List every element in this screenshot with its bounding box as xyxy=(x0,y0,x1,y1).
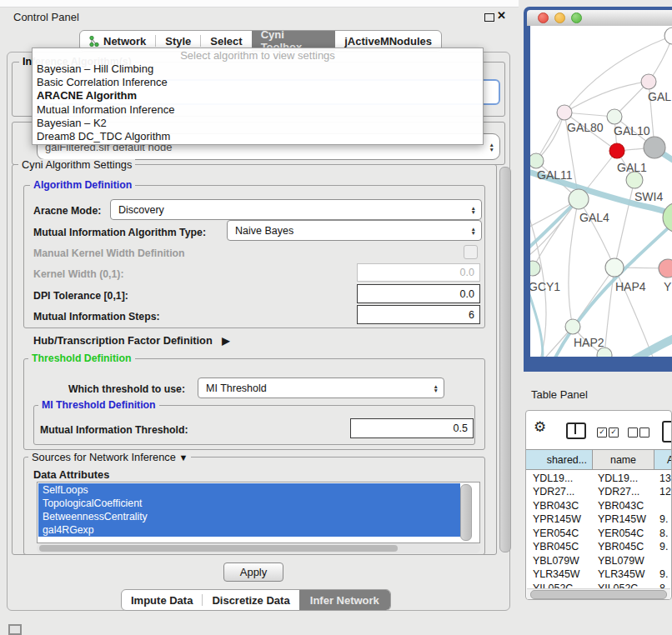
table-row[interactable]: YLR345W xyxy=(533,568,579,580)
table-row[interactable]: YDL19... xyxy=(533,472,573,484)
node-label-gal4: GAL4 xyxy=(579,211,609,224)
node-gal4[interactable] xyxy=(569,189,589,209)
column-header-partial[interactable]: A xyxy=(654,449,672,470)
node-swi4[interactable] xyxy=(626,172,643,188)
list-item-topologicalcoefficient[interactable]: TopologicalCoefficient xyxy=(38,497,460,510)
collapse-down-icon[interactable]: ▼ xyxy=(178,452,188,462)
dropdown-item-basic-correlation[interactable]: Basic Correlation Inference xyxy=(33,76,483,89)
node-hap2[interactable] xyxy=(565,319,580,334)
tab-impute-data[interactable]: Impute Data xyxy=(122,590,202,610)
float-icon[interactable] xyxy=(484,13,494,22)
network-window-titlebar[interactable] xyxy=(527,10,672,26)
split-columns-icon[interactable] xyxy=(566,422,586,439)
mi-type-label: Mutual Information Algorithm Type: xyxy=(33,227,206,238)
list-item-selfloops[interactable]: SelfLoops xyxy=(38,483,460,497)
node-unlabeled-top[interactable] xyxy=(664,28,672,44)
node-gal80[interactable] xyxy=(557,105,572,120)
algorithm-dropdown-placeholder: Select algorithm to view settings xyxy=(33,48,483,62)
table-hscrollbar-thumb[interactable] xyxy=(530,590,667,599)
node-label-gal: GAL xyxy=(648,90,671,103)
combo-arrows-icon: ▲▼ xyxy=(471,226,476,235)
list-item-betweennesscentrality[interactable]: BetweennessCentrality xyxy=(38,510,460,523)
manual-kernel-checkbox[interactable] xyxy=(464,245,478,259)
node-gal11[interactable] xyxy=(530,153,544,168)
attributes-hscrollbar-thumb[interactable] xyxy=(39,545,398,552)
column-header-shared[interactable]: shared... xyxy=(526,449,593,470)
node-gal-partial[interactable] xyxy=(641,74,656,89)
aracne-mode-value: Discovery xyxy=(118,204,164,216)
node-labels: GAL GAL80 GAL10 GAL1 GAL11 SWI4 GAL4 GCY… xyxy=(530,90,672,349)
control-panel: Control Panel ✕ Network Style Select Cyn… xyxy=(0,0,519,635)
combo-arrows-icon: ▲▼ xyxy=(434,383,439,392)
network-tab-icon xyxy=(89,36,99,47)
dropdown-item-dream8[interactable]: Dream8 DC_TDC Algorithm xyxy=(33,130,483,143)
network-graph: GAL GAL80 GAL10 GAL1 GAL11 SWI4 GAL4 GCY… xyxy=(530,26,672,357)
node-unlabeled-gray[interactable] xyxy=(644,137,665,158)
which-threshold-combo[interactable]: MI Threshold ▲▼ xyxy=(198,378,444,398)
table-row[interactable]: YBR043C xyxy=(533,500,579,512)
list-item-gal4rgexp[interactable]: gal4RGexp xyxy=(38,523,460,537)
close-icon[interactable]: ✕ xyxy=(497,9,506,22)
select-all-icon[interactable]: ✓ xyxy=(597,428,607,438)
aracne-mode-combo[interactable]: Discovery ▲▼ xyxy=(110,199,482,220)
table-row[interactable]: YBL079W xyxy=(533,555,579,567)
column-header-name[interactable]: name xyxy=(593,449,654,470)
node-gal1[interactable] xyxy=(609,143,624,158)
node-unlabeled-green[interactable] xyxy=(663,202,672,232)
mi-steps-label: Mutual Information Steps: xyxy=(33,311,160,322)
node-label-gal1: GAL1 xyxy=(617,161,647,174)
table-row[interactable]: YBR045C xyxy=(533,541,579,552)
table-panel-title: Table Panel xyxy=(531,388,588,401)
node-label-swi4: SWI4 xyxy=(634,190,663,203)
node-hap4[interactable] xyxy=(605,258,624,277)
network-window: GAL GAL80 GAL10 GAL1 GAL11 SWI4 GAL4 GCY… xyxy=(524,7,672,372)
dropdown-item-bayesian-k2[interactable]: Bayesian – K2 xyxy=(33,117,483,130)
dpi-tolerance-field[interactable]: 0.0 xyxy=(357,284,480,303)
node-label-hap2: HAP2 xyxy=(574,336,604,349)
deselect-all-icon-2[interactable] xyxy=(639,428,649,438)
partial-bottom-widget[interactable] xyxy=(8,624,22,635)
deselect-all-icon[interactable] xyxy=(628,428,638,438)
document-icon[interactable] xyxy=(662,421,672,442)
dropdown-item-aracne[interactable]: ARACNE Algorithm xyxy=(33,89,483,102)
mi-type-combo[interactable]: Naive Bayes ▲▼ xyxy=(227,220,482,241)
top-strip xyxy=(0,0,519,8)
mi-steps-field[interactable]: 6 xyxy=(357,305,480,324)
tab-discretize-data[interactable]: Discretize Data xyxy=(203,590,298,610)
algorithm-definition-title: Algorithm Definition xyxy=(30,180,135,191)
settings-scrollbar-thumb[interactable] xyxy=(499,167,511,552)
table-panel: ⚙ ✓ ✓ shared... name A YDL19... YDL19...… xyxy=(525,410,672,600)
close-traffic-light[interactable] xyxy=(538,12,549,23)
network-canvas[interactable]: GAL GAL80 GAL10 GAL1 GAL11 SWI4 GAL4 GCY… xyxy=(530,26,672,357)
zoom-traffic-light[interactable] xyxy=(571,12,582,23)
hub-definition-label[interactable]: Hub/Transcription Factor Definition ▶ xyxy=(33,334,230,347)
select-all-icon-2[interactable]: ✓ xyxy=(609,428,619,438)
dpi-tolerance-label: DPI Tolerance [0,1]: xyxy=(33,290,128,302)
dropdown-item-bayesian-hill-climbing[interactable]: Bayesian – Hill Climbing xyxy=(33,62,483,76)
node-gal10[interactable] xyxy=(607,109,622,124)
mi-threshold-group-title: MI Threshold Definition xyxy=(38,400,159,411)
attributes-list-scrollbar-thumb[interactable] xyxy=(460,484,472,541)
table-row[interactable]: YER054C xyxy=(533,528,579,539)
table-row[interactable]: YDR27... xyxy=(533,486,574,498)
control-panel-title: Control Panel xyxy=(13,11,79,23)
node-label-gcy1: GCY1 xyxy=(530,280,560,293)
table-row[interactable]: YPR145W xyxy=(533,513,581,525)
sources-group-title[interactable]: Sources for Network Inference ▼ xyxy=(28,452,191,463)
split-columns-divider xyxy=(574,424,576,434)
minimize-traffic-light[interactable] xyxy=(554,12,565,23)
node-label-y: Y xyxy=(664,280,672,293)
apply-button[interactable]: Apply xyxy=(223,562,283,582)
which-threshold-value: MI Threshold xyxy=(206,382,267,394)
data-attributes-list: SelfLoops TopologicalCoefficient Between… xyxy=(37,482,480,543)
gear-icon[interactable]: ⚙ xyxy=(534,420,546,434)
mi-threshold-field[interactable]: 0.5 xyxy=(350,418,474,438)
tab-network-label: Network xyxy=(103,35,146,48)
tab-infer-network[interactable]: Infer Network xyxy=(299,590,390,610)
dropdown-item-mutual-information[interactable]: Mutual Information Inference xyxy=(33,103,483,117)
node-gcy1[interactable] xyxy=(530,261,540,276)
expand-right-icon[interactable]: ▶ xyxy=(222,335,229,347)
manual-kernel-label: Manual Kernel Width Definition xyxy=(33,248,185,259)
kernel-width-field[interactable]: 0.0 xyxy=(357,263,480,282)
node-y-partial[interactable] xyxy=(659,259,672,278)
